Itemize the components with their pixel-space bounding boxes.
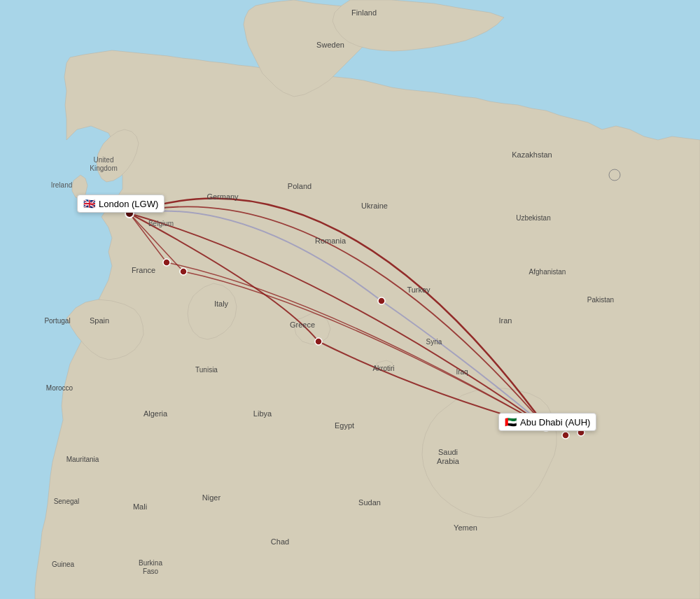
geo-label-libya: Libya	[253, 409, 272, 418]
geo-label-sweden: Sweden	[316, 41, 344, 49]
geo-label-tunisia: Tunisia	[195, 366, 218, 374]
geo-label-iraq: Iraq	[456, 368, 468, 376]
geo-label-niger: Niger	[202, 493, 221, 502]
geo-label-finland: Finland	[351, 8, 377, 17]
lgw-flag: 🇬🇧	[83, 198, 95, 209]
lgw-label: 🇬🇧 London (LGW)	[77, 195, 164, 213]
geo-label-chad: Chad	[271, 537, 289, 546]
geo-label-spain: Spain	[90, 316, 109, 325]
geo-label-pakistan: Pakistan	[587, 296, 614, 304]
geo-label-morocco: Morocco	[46, 384, 74, 392]
geo-label-syria: Syria	[426, 338, 442, 346]
geo-label-italy: Italy	[214, 300, 229, 308]
map-container: Finland Sweden Ireland United Kingdom Be…	[0, 0, 700, 599]
geo-label-burkina2: Faso	[143, 568, 159, 575]
geo-label-ukraine: Ukraine	[361, 202, 388, 210]
svg-point-1	[163, 259, 170, 266]
geo-label-saudi1: Saudi	[438, 448, 458, 456]
geo-label-yemen: Yemen	[454, 523, 477, 532]
lgw-label-text: London (LGW)	[99, 199, 158, 209]
geo-label-turkey: Turkey	[407, 286, 430, 294]
geo-label-akrotiri: Akrotiri	[372, 365, 394, 372]
geo-label-mauritania: Mauritania	[66, 456, 99, 463]
svg-point-3	[315, 338, 322, 345]
geo-label-uzbekistan: Uzbekistan	[516, 214, 550, 222]
geo-label-romania: Romania	[315, 237, 346, 245]
geo-label-guinea: Guinea	[52, 561, 75, 568]
geo-label-sudan: Sudan	[358, 498, 381, 507]
auh-flag: 🇦🇪	[505, 416, 517, 428]
geo-label-belgium: Belgium	[148, 220, 174, 227]
geo-label-algeria: Algeria	[144, 409, 168, 418]
geo-label-iran: Iran	[499, 316, 512, 325]
geo-label-france: France	[132, 266, 155, 274]
auh-label: 🇦🇪 Abu Dhabi (AUH)	[498, 413, 596, 431]
geo-label-egypt: Egypt	[335, 421, 354, 430]
auh-label-text: Abu Dhabi (AUH)	[520, 417, 590, 428]
geo-label-kazakhstan: Kazakhstan	[512, 150, 552, 159]
geo-label-saudi2: Arabia	[437, 457, 460, 465]
svg-point-4	[378, 297, 385, 304]
geo-label-mali: Mali	[133, 502, 147, 511]
geo-label-burkina: Burkina	[139, 559, 162, 567]
geo-label-greece: Greece	[290, 320, 315, 329]
geo-label-portugal: Portugal	[44, 317, 70, 325]
svg-point-5	[562, 432, 569, 439]
geo-label-uk2: Kingdom	[90, 164, 117, 172]
geo-label-ireland: Ireland	[51, 181, 73, 189]
geo-label-uk: United	[94, 156, 114, 164]
geo-label-poland: Poland	[288, 182, 312, 190]
geo-label-senegal: Senegal	[54, 498, 80, 505]
geo-label-afghanistan: Afghanistan	[529, 268, 566, 276]
svg-point-2	[180, 268, 187, 275]
geo-label-germany: Germany	[206, 192, 239, 201]
map-svg: Finland Sweden Ireland United Kingdom Be…	[0, 0, 700, 599]
